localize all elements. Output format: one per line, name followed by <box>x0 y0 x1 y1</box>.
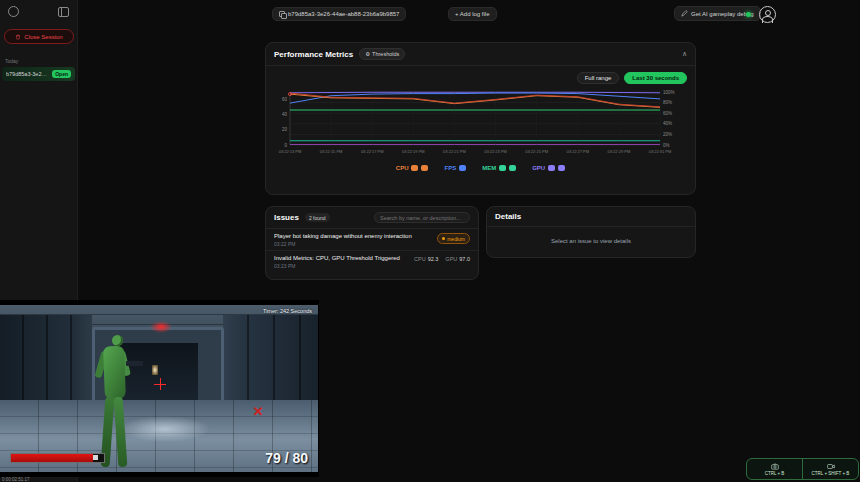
range-toggle-row: Full range Last 30 seconds <box>266 66 695 86</box>
issue-main: Player bot taking damage without enemy i… <box>274 233 433 247</box>
record-button[interactable]: CTRL + SHIFT + B <box>802 459 858 479</box>
app-logo-icon[interactable] <box>8 6 19 17</box>
collapse-chevron-icon[interactable]: ∧ <box>682 50 687 58</box>
svg-text:03:22:15 PM: 03:22:15 PM <box>320 149 343 154</box>
close-session-label: Close Session <box>24 34 62 40</box>
details-header: Details <box>487 207 695 227</box>
metrics-chart-svg: 100%80%60%40%20%0%03:22:13 PM03:22:15 PM… <box>274 88 688 158</box>
gameplay-video[interactable]: ✕ Timer: 242 Seconds 79 / 80 <box>0 300 319 477</box>
topbar-session-id: b79d85a3-3e26-44ae-ab88-23b6a9b9857 <box>288 11 399 17</box>
record-shortcut-label: CTRL + SHIFT + B <box>812 471 850 476</box>
severity-label: medium <box>447 236 465 242</box>
svg-text:40: 40 <box>282 112 288 117</box>
screenshot-button[interactable]: CTRL + B <box>747 459 802 479</box>
svg-text:03:22:29 PM: 03:22:29 PM <box>608 149 631 154</box>
legend-color-chip[interactable] <box>548 165 555 171</box>
game-scene: ✕ Timer: 242 Seconds 79 / 80 <box>0 305 318 472</box>
severity-badge: medium <box>437 233 470 244</box>
doorway-light <box>152 365 158 375</box>
chart-legend: CPUFPSMEMGPU <box>266 162 695 171</box>
close-session-button[interactable]: Close Session <box>4 29 74 44</box>
session-id-text: b79d85a3-3e26-44ae-... <box>6 71 49 77</box>
svg-text:03:22:13 PM: 03:22:13 PM <box>279 149 302 154</box>
last-30-seconds-button[interactable]: Last 30 seconds <box>624 72 687 84</box>
gear-icon: ⚙ <box>365 51 370 57</box>
camera-icon <box>771 463 779 470</box>
svg-text:03:22:21 PM: 03:22:21 PM <box>443 149 466 154</box>
details-empty-state: Select an issue to view details <box>487 227 695 255</box>
game-doorway <box>118 343 198 407</box>
ai-gameplay-debug-label: Get AI gameplay debug <box>691 11 754 17</box>
session-id-chip[interactable]: b79d85a3-3e26-44ae-ab88-23b6a9b9857 <box>272 7 406 21</box>
metrics-chart[interactable]: 100%80%60%40%20%0%03:22:13 PM03:22:15 PM… <box>266 86 695 162</box>
svg-text:40%: 40% <box>663 121 672 126</box>
legend-item-fps[interactable]: FPS <box>444 165 466 171</box>
issue-time: 03:22 PM <box>274 241 433 247</box>
svg-text:03:22:27 PM: 03:22:27 PM <box>566 149 589 154</box>
svg-text:03:22:25 PM: 03:22:25 PM <box>525 149 548 154</box>
issue-title: Player bot taking damage without enemy i… <box>274 233 433 239</box>
legend-color-chip[interactable] <box>411 165 418 171</box>
red-x-marker: ✕ <box>250 405 266 419</box>
svg-text:0%: 0% <box>663 143 670 148</box>
svg-text:80%: 80% <box>663 100 672 105</box>
severity-dot-icon <box>442 237 445 240</box>
sidebar-section-label: Today <box>5 58 72 64</box>
svg-text:03:22:31 PM: 03:22:31 PM <box>649 149 672 154</box>
issue-metric-values: CPU92.3 GPU97.0 <box>414 255 470 262</box>
capture-shortcuts-panel: CTRL + B CTRL + SHIFT + B <box>746 458 859 480</box>
issue-time: 03:23 PM <box>274 263 410 269</box>
svg-text:60%: 60% <box>663 111 672 116</box>
sidebar-collapse-icon[interactable] <box>58 7 69 17</box>
svg-text:20: 20 <box>282 127 288 132</box>
sidebar-session-item[interactable]: b79d85a3-3e26-44ae-... Open <box>2 67 75 81</box>
app-root: Close Session Today b79d85a3-3e26-44ae-.… <box>0 0 860 482</box>
metric-value: 97.0 <box>459 256 470 262</box>
issue-row[interactable]: Player bot taking damage without enemy i… <box>266 229 478 250</box>
connection-status-dot <box>746 12 751 17</box>
full-range-button[interactable]: Full range <box>577 72 620 84</box>
issues-search-input[interactable] <box>374 212 470 223</box>
metric-label: CPU <box>414 256 426 262</box>
thresholds-label: Thresholds <box>372 51 399 57</box>
topbar: b79d85a3-3e26-44ae-ab88-23b6a9b9857 + Ad… <box>78 0 860 30</box>
metric-label: GPU <box>445 256 457 262</box>
legend-item-mem[interactable]: MEM <box>482 165 516 171</box>
issue-main: Invalid Metrics: CPU, GPU Threshold Trig… <box>274 255 410 269</box>
svg-text:03:22:23 PM: 03:22:23 PM <box>484 149 507 154</box>
legend-label: MEM <box>482 165 496 171</box>
details-title: Details <box>495 212 521 221</box>
health-bar-marker <box>93 455 98 460</box>
legend-item-cpu[interactable]: CPU <box>396 165 429 171</box>
performance-metrics-card: Performance Metrics ⚙ Thresholds ∧ Full … <box>265 42 696 195</box>
session-status-badge: Open <box>52 70 71 78</box>
issues-card: Issues 2 found Player bot taking damage … <box>265 206 479 280</box>
svg-text:20%: 20% <box>663 132 672 137</box>
video-timestamp: 0:00:02:51.17 <box>2 477 30 482</box>
issue-row[interactable]: Invalid Metrics: CPU, GPU Threshold Trig… <box>266 250 478 272</box>
metric-value: 92.3 <box>428 256 439 262</box>
add-log-file-button[interactable]: + Add log file <box>448 7 497 21</box>
health-bar-fill <box>11 454 93 462</box>
copy-icon <box>279 11 285 17</box>
crosshair-icon <box>154 378 166 390</box>
ammo-counter: 79 / 80 <box>265 450 308 466</box>
legend-item-gpu[interactable]: GPU <box>532 165 565 171</box>
legend-color-chip[interactable] <box>421 165 428 171</box>
legend-color-chip[interactable] <box>499 165 506 171</box>
health-bar <box>10 453 105 463</box>
legend-label: FPS <box>444 165 456 171</box>
thresholds-button[interactable]: ⚙ Thresholds <box>359 48 405 60</box>
red-ceiling-light <box>150 321 172 333</box>
details-card: Details Select an issue to view details <box>486 206 696 258</box>
legend-color-chip[interactable] <box>509 165 516 171</box>
legend-color-chip[interactable] <box>459 165 466 171</box>
legend-color-chip[interactable] <box>558 165 565 171</box>
svg-text:03:22:17 PM: 03:22:17 PM <box>361 149 384 154</box>
svg-text:60: 60 <box>282 97 288 102</box>
user-avatar[interactable] <box>759 6 776 23</box>
floor-reflection <box>120 416 210 442</box>
legend-label: CPU <box>396 165 409 171</box>
svg-text:100%: 100% <box>663 90 675 95</box>
svg-text:0: 0 <box>284 143 287 148</box>
